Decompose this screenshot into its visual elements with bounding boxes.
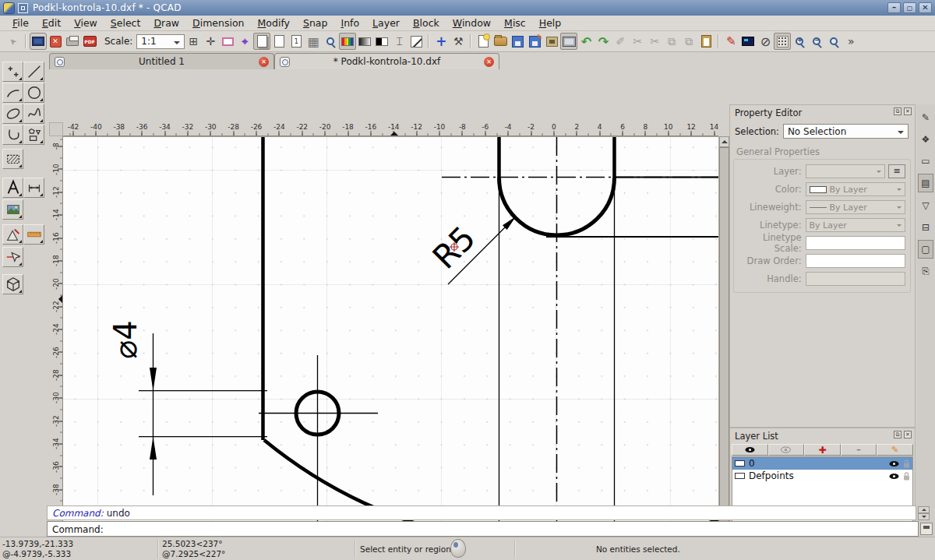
- menu-item[interactable]: Edit: [36, 16, 67, 30]
- redo-button[interactable]: ↷: [595, 33, 612, 50]
- hide-all-layers-button[interactable]: [768, 444, 805, 456]
- full-color-mode-button[interactable]: [339, 33, 356, 50]
- linetype-combobox[interactable]: By Layer: [806, 218, 905, 232]
- model-space-button[interactable]: [253, 33, 270, 50]
- copy-ref-button[interactable]: ⧉: [680, 33, 697, 50]
- layer-row-0[interactable]: 0: [732, 457, 912, 470]
- minimize-icon[interactable]: [887, 2, 901, 13]
- layer-lock-icon[interactable]: [903, 472, 910, 481]
- draw-order-input[interactable]: [806, 254, 905, 268]
- block-list-dock-button[interactable]: ⊟: [918, 218, 933, 237]
- pin-button[interactable]: ⌶: [390, 33, 408, 50]
- property-pencil-button[interactable]: ✎: [722, 33, 739, 50]
- arc-tool-button[interactable]: [2, 83, 23, 103]
- print-preview-button[interactable]: [543, 33, 560, 50]
- auto-zoom-button[interactable]: [825, 33, 842, 50]
- menu-item[interactable]: Help: [533, 16, 568, 30]
- vscroll-thumb[interactable]: [719, 147, 729, 532]
- selection-filter-dock-button[interactable]: ❖: [918, 130, 933, 149]
- undo-button[interactable]: ↶: [577, 33, 595, 50]
- restrict-off-button[interactable]: ⊞: [185, 33, 202, 50]
- lineweight-combobox[interactable]: By Layer: [806, 200, 905, 214]
- widgets-toggle-button[interactable]: [30, 33, 47, 50]
- filter-dock-button[interactable]: ▽: [918, 196, 933, 215]
- remove-layer-button[interactable]: –: [841, 444, 877, 456]
- layer-visible-icon[interactable]: [889, 473, 899, 480]
- tab-podkl-kontrola[interactable]: * Podkl-kontrola-10.dxf: [274, 53, 499, 69]
- menu-item[interactable]: Layer: [366, 16, 406, 30]
- add-layer-button[interactable]: ✚: [804, 444, 841, 456]
- close-panel-icon[interactable]: [904, 107, 912, 115]
- menu-item[interactable]: Window: [446, 16, 497, 30]
- menu-item[interactable]: File: [6, 16, 35, 30]
- reset-pointer-button[interactable]: ➤: [5, 33, 22, 50]
- menu-item[interactable]: Misc: [498, 16, 532, 30]
- zoom-out-button[interactable]: −: [808, 33, 825, 50]
- paste-button[interactable]: [697, 33, 714, 50]
- grid-toggle-button[interactable]: ▦: [305, 33, 322, 50]
- selection-combobox[interactable]: No Selection: [783, 124, 909, 139]
- menu-item[interactable]: Snap: [297, 16, 333, 30]
- close-panel-icon[interactable]: [904, 431, 912, 438]
- background-color-button[interactable]: [739, 33, 757, 50]
- image-tool-button[interactable]: [2, 199, 23, 220]
- spline-tool-button[interactable]: [23, 104, 44, 124]
- drawing-canvas[interactable]: ⌀4 R5: [63, 136, 718, 544]
- solid-tool-button[interactable]: [2, 274, 23, 294]
- dimension-tool-button[interactable]: [23, 178, 44, 198]
- zoom-in-button[interactable]: +: [791, 33, 808, 50]
- tab-untitled-1[interactable]: Untitled 1: [49, 53, 274, 69]
- point-tool-button[interactable]: [2, 62, 23, 82]
- menu-item[interactable]: Block: [407, 16, 446, 30]
- layer-visible-icon[interactable]: [889, 460, 899, 467]
- color-combobox[interactable]: By Layer: [806, 182, 905, 196]
- ortho-button[interactable]: ⌖: [236, 33, 253, 50]
- layer-menu-icon[interactable]: [888, 164, 905, 178]
- close-icon[interactable]: [919, 2, 932, 13]
- restrict-rect-button[interactable]: [219, 33, 236, 50]
- screenshot-button[interactable]: [560, 33, 577, 50]
- shape-tool-button[interactable]: [23, 125, 44, 145]
- command-input[interactable]: Command:: [47, 521, 919, 537]
- open-file-button[interactable]: [492, 33, 509, 50]
- float-panel-icon[interactable]: [894, 107, 901, 115]
- cut-ref-button[interactable]: ✂: [646, 33, 663, 50]
- print-button[interactable]: [64, 33, 81, 50]
- hatch-tool-button[interactable]: [2, 149, 23, 169]
- sheet-one-button[interactable]: 1: [288, 33, 305, 50]
- snap-tool-button[interactable]: [2, 247, 23, 267]
- line-tool-button[interactable]: [23, 62, 44, 82]
- library-browser-dock-button[interactable]: ▢: [918, 240, 933, 259]
- paper-space-button[interactable]: [270, 33, 288, 50]
- view-list-dock-button[interactable]: ▭: [918, 152, 933, 171]
- add-button[interactable]: +: [432, 33, 450, 50]
- scale-combobox[interactable]: 1:1: [136, 34, 185, 49]
- close-drawing-button[interactable]: [47, 33, 64, 50]
- edit-layer-button[interactable]: ✎: [877, 444, 913, 456]
- save-as-button[interactable]: [526, 33, 543, 50]
- layer-lock-icon[interactable]: [903, 460, 910, 468]
- layer-row-defpoints[interactable]: Defpoints: [732, 470, 912, 482]
- glue-button[interactable]: ✐: [612, 33, 629, 50]
- quadrant-snap-button[interactable]: ✛: [202, 33, 219, 50]
- vertical-scrollbar[interactable]: [718, 136, 729, 544]
- circle-tool-button[interactable]: [23, 83, 44, 103]
- menu-item[interactable]: Modify: [252, 16, 296, 30]
- save-button[interactable]: [509, 33, 526, 50]
- measure-tool-button[interactable]: [23, 224, 44, 245]
- copy-button[interactable]: ⧉: [663, 33, 680, 50]
- menu-item[interactable]: Draw: [147, 16, 185, 30]
- command-options-icon[interactable]: [920, 523, 933, 535]
- ellipse-tool-button[interactable]: [2, 104, 23, 124]
- pdf-export-button[interactable]: PDF: [81, 33, 98, 50]
- maximize-icon[interactable]: [903, 2, 916, 13]
- text-tool-button[interactable]: [2, 178, 23, 198]
- menu-item[interactable]: Select: [104, 16, 147, 30]
- float-panel-icon[interactable]: [894, 431, 901, 438]
- zoom-grid-button[interactable]: [322, 33, 339, 50]
- dimension-text-d4[interactable]: ⌀4: [108, 320, 143, 359]
- tab-close-icon[interactable]: [259, 57, 269, 67]
- tools-button[interactable]: ⚒: [450, 33, 467, 50]
- cut-button[interactable]: ✂: [629, 33, 646, 50]
- linetype-scale-input[interactable]: [806, 236, 905, 250]
